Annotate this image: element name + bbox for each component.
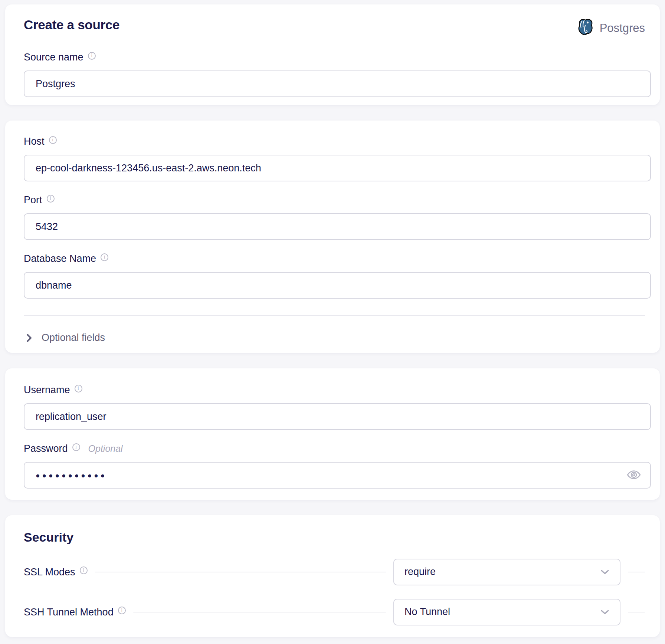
- password-optional-tag: Optional: [88, 443, 123, 454]
- page-title: Create a source: [24, 17, 119, 33]
- password-masked-value: ●●●●●●●●●●●: [36, 472, 107, 479]
- ssh-tunnel-info-icon[interactable]: i: [118, 607, 126, 614]
- host-label: Host: [24, 135, 45, 147]
- port-input[interactable]: [24, 213, 651, 240]
- source-name-info-icon[interactable]: i: [88, 52, 96, 60]
- ssl-modes-row: SSL Modes i require: [24, 559, 645, 585]
- ssl-modes-label: SSL Modes: [24, 566, 75, 578]
- connector-chip: Postgres: [577, 19, 645, 38]
- toggle-password-visibility-button[interactable]: [626, 467, 642, 483]
- section-divider: [24, 315, 645, 316]
- database-name-info-icon[interactable]: i: [101, 253, 108, 261]
- source-name-label: Source name: [24, 51, 83, 63]
- chevron-down-icon: [600, 610, 609, 615]
- connection-card: Host i Port i Database Name i Optional f…: [5, 121, 660, 353]
- ssl-modes-rule-line: [95, 572, 386, 572]
- optional-fields-label: Optional fields: [42, 332, 105, 344]
- credentials-card: Username i Password i Optional ●●●●●●●●●…: [5, 368, 660, 500]
- port-info-icon[interactable]: i: [47, 195, 55, 203]
- chevron-right-icon: [26, 333, 33, 343]
- username-input[interactable]: [24, 403, 651, 430]
- password-label: Password: [24, 443, 68, 454]
- ssl-modes-info-icon[interactable]: i: [80, 566, 88, 574]
- username-label: Username: [24, 384, 70, 396]
- security-card: Security SSL Modes i require SSH Tunnel …: [5, 515, 660, 637]
- ssl-modes-selected-value: require: [404, 566, 436, 578]
- create-source-card: Create a source Postgres Source name i: [5, 4, 660, 105]
- ssh-tunnel-method-label: SSH Tunnel Method: [24, 606, 114, 618]
- security-section-title: Security: [24, 529, 645, 545]
- ssh-tunnel-row: SSH Tunnel Method i No Tunnel: [24, 599, 645, 625]
- ssl-modes-rule-end: [628, 572, 645, 572]
- ssh-tunnel-method-select[interactable]: No Tunnel: [393, 599, 620, 625]
- username-info-icon[interactable]: i: [75, 385, 82, 392]
- port-label: Port: [24, 194, 42, 206]
- optional-fields-toggle[interactable]: Optional fields: [24, 332, 645, 344]
- ssl-modes-select[interactable]: require: [393, 559, 620, 585]
- database-name-label: Database Name: [24, 253, 96, 264]
- source-name-input[interactable]: [24, 70, 651, 97]
- host-info-icon[interactable]: i: [49, 136, 57, 144]
- chevron-down-icon: [600, 569, 609, 575]
- password-info-icon[interactable]: i: [72, 443, 80, 451]
- eye-icon: [626, 469, 641, 482]
- host-input[interactable]: [24, 155, 651, 181]
- ssh-tunnel-rule-end: [628, 612, 645, 612]
- ssh-tunnel-selected-value: No Tunnel: [404, 606, 450, 618]
- password-input[interactable]: ●●●●●●●●●●●: [24, 462, 651, 489]
- postgres-logo-icon: [577, 19, 594, 38]
- connector-name-label: Postgres: [600, 22, 645, 35]
- database-name-input[interactable]: [24, 272, 651, 299]
- ssh-tunnel-rule-line: [133, 612, 386, 612]
